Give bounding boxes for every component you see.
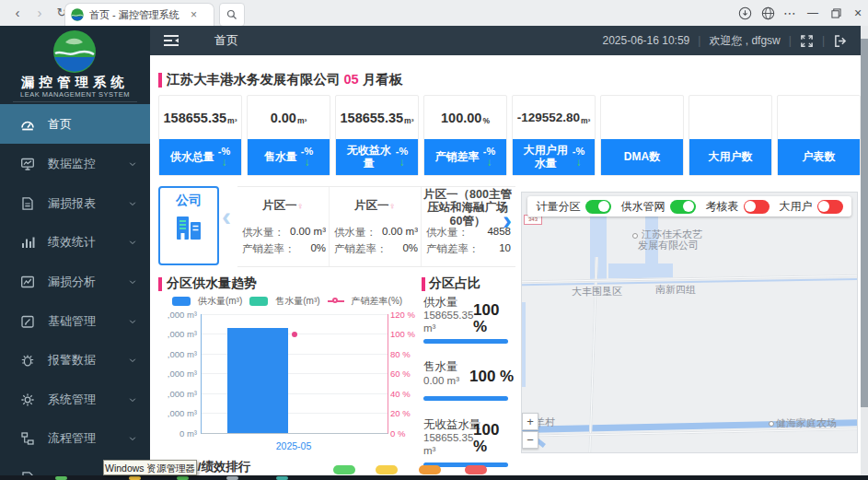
tab-close-icon[interactable]: × [191, 8, 197, 21]
zone-rate-value: 0% [310, 242, 326, 256]
sidebar-item-leak-report[interactable]: 漏损报表 [0, 183, 150, 223]
map-zoom-out-button[interactable]: − [522, 431, 538, 449]
kpi-card-sold[interactable]: 0.00m³ 售水量-%↓ [247, 95, 330, 176]
scrollbar-thumb[interactable] [861, 39, 868, 407]
taskbar-icon[interactable] [177, 476, 189, 480]
zone-title: 片区一（800主管压站和海融广场60管） [423, 188, 512, 228]
share-item-label: 售水量 [423, 359, 458, 375]
y2-axis-tick: 20 % [390, 408, 411, 418]
kpi-unit: % [482, 116, 490, 125]
globe-icon[interactable] [757, 4, 779, 22]
chart-plot-area [201, 314, 388, 434]
y2-axis-tick: 120 % [390, 310, 415, 320]
zone-card[interactable]: 片区一♀ 供水量：0.00 m³ 产销差率：0% [237, 187, 330, 266]
sidebar-item-process-management[interactable]: 流程管理 [0, 418, 150, 458]
trend-dot-rate[interactable] [292, 332, 297, 337]
sidebar-item-alarm-data[interactable]: 报警数据 [0, 340, 150, 380]
toggle-switch-off[interactable] [744, 200, 770, 214]
share-item-percent: 100 % [473, 302, 510, 335]
sidebar-item-label: 首页 [48, 116, 72, 133]
board-title-company: 江苏大丰港水务发展有限公司 [167, 72, 341, 87]
sidebar-item-system-management[interactable]: 系统管理 [0, 380, 150, 419]
company-card[interactable]: 公司 [158, 186, 219, 265]
browser-back-icon[interactable]: ‹ [7, 4, 28, 22]
fullscreen-icon[interactable] [800, 34, 814, 48]
taskbar-icon[interactable] [226, 476, 238, 480]
kpi-card-dma-count[interactable]: DMA数 [600, 95, 684, 176]
legend-line-rate[interactable] [328, 300, 344, 302]
legend-swatch-supply[interactable] [172, 297, 191, 306]
taskbar[interactable] [0, 475, 868, 480]
board-title: 江苏大丰港水务发展有限公司 05 月看板 [167, 71, 402, 88]
taskbar-icon[interactable] [276, 476, 288, 480]
browser-tab[interactable]: 首页 - 漏控管理系统 × [64, 3, 214, 26]
toggle-assessment-meter[interactable]: 考核表 [706, 199, 770, 215]
gear-icon [20, 392, 35, 407]
sidebar-item-basic-management[interactable]: 基础管理 [0, 301, 150, 341]
sidebar-item-leak-analysis[interactable]: 漏损分析 [0, 262, 150, 301]
y-axis-tick: ,000 m³ [158, 389, 197, 399]
kpi-card-big-user[interactable]: -129552.80m³ 大用户用水量-%↓ [512, 95, 596, 176]
sidebar-divider [13, 101, 137, 102]
chevron-down-icon [128, 317, 137, 326]
browser-search-button[interactable] [219, 3, 245, 27]
sidebar-item-data-monitor[interactable]: 数据监控 [0, 144, 150, 183]
map-layer-toggle-bar: 计量分区 供水管网 考核表 大用户 [527, 196, 851, 217]
share-item-unit: m³ [423, 445, 435, 456]
map-zoom-in-button[interactable]: + [522, 413, 538, 430]
share-item-unit: m³ [423, 322, 435, 334]
zone-card[interactable]: 片区一（800主管压站和海融广场60管） 供水量：4858 产销差率：10 [422, 187, 514, 266]
app-topbar: 首页 2025-06-16 10:59 | 欢迎您 , dfgsw | | [150, 26, 861, 55]
map-panel[interactable]: 343 计量分区 供水管网 考核表 大用户 江苏佳禾农艺 发展有限公司 大丰围垦… [521, 192, 858, 453]
toggle-metering-zone[interactable]: 计量分区 [537, 199, 611, 215]
page-scrollbar[interactable] [861, 26, 868, 480]
chevron-down-icon [128, 238, 137, 247]
sidebar-item-label: 报警数据 [48, 352, 96, 369]
toggle-label: 供水管网 [621, 199, 665, 215]
zone-card[interactable]: 片区一♀ 供水量：0.00 m³ 产销差率：0% [330, 187, 422, 266]
app-title: 漏控管理系统 [0, 74, 150, 91]
kpi-card-supply-total[interactable]: 158655.35m³ 供水总量-%↓ [158, 95, 242, 176]
toggle-switch-off[interactable] [817, 200, 843, 214]
sidebar-item-performance-stats[interactable]: 绩效统计 [0, 222, 150, 262]
toggle-switch-on[interactable] [670, 200, 696, 214]
close-icon[interactable]: × [847, 4, 868, 22]
topbar-page-tab[interactable]: 首页 [214, 32, 238, 49]
bug-icon [20, 353, 35, 368]
browser-forward-icon[interactable]: › [29, 4, 50, 22]
taskbar-icon[interactable] [55, 476, 67, 480]
trend-bar-supply[interactable] [227, 328, 288, 433]
toggle-switch-on[interactable] [585, 200, 611, 214]
download-icon[interactable] [734, 4, 756, 22]
legend-label: 供水量(m³) [198, 295, 242, 308]
panel-accent-bar [422, 277, 425, 291]
zone-rate-value: 10 [499, 242, 511, 256]
toggle-big-user[interactable]: 大用户 [780, 199, 843, 215]
taskbar-icon[interactable] [129, 476, 141, 480]
welcome-label: 欢迎您 , dfgsw [709, 33, 780, 49]
carousel-prev-icon[interactable]: ‹ [222, 203, 231, 230]
share-panel: 分区占比 供水量 158655.35 m³ 100 % 售水量 0.00 m³ … [422, 273, 512, 480]
kpi-card-non-revenue[interactable]: 158655.35m³ 无收益水量-%↓ [335, 95, 419, 176]
kpi-value: -129552.80 [517, 111, 580, 124]
favicon [71, 8, 84, 21]
collapse-menu-icon[interactable] [163, 33, 179, 48]
kpi-card-big-user-count[interactable]: 大用户数 [689, 95, 772, 176]
kpi-card-nrw-rate[interactable]: 100.00% 产销差率-%↓ [423, 95, 507, 176]
kpi-unit: m³ [297, 116, 307, 125]
kpi-card-meter-count[interactable]: 户表数 [777, 95, 861, 176]
map-place-label: 大丰围垦区 [572, 285, 622, 299]
toggle-pipe-network[interactable]: 供水管网 [621, 199, 696, 215]
sidebar-item-label: 绩效统计 [48, 234, 96, 251]
minimize-icon[interactable]: — [802, 4, 824, 22]
kpi-row: 158655.35m³ 供水总量-%↓ 0.00m³ 售水量-%↓ 158655… [158, 95, 861, 176]
legend-swatch-sold[interactable] [249, 297, 268, 306]
sidebar-item-home[interactable]: 首页 [0, 104, 150, 144]
bar-chart-icon [20, 235, 35, 250]
more-menu-icon[interactable]: ⋯ [779, 4, 801, 22]
restore-icon[interactable] [825, 4, 847, 22]
share-item-value: 158655.35 [423, 310, 473, 321]
logout-icon[interactable] [833, 34, 848, 48]
zone-rate-label: 产销差率： [242, 242, 295, 256]
carousel-next-icon[interactable]: › [503, 206, 512, 234]
